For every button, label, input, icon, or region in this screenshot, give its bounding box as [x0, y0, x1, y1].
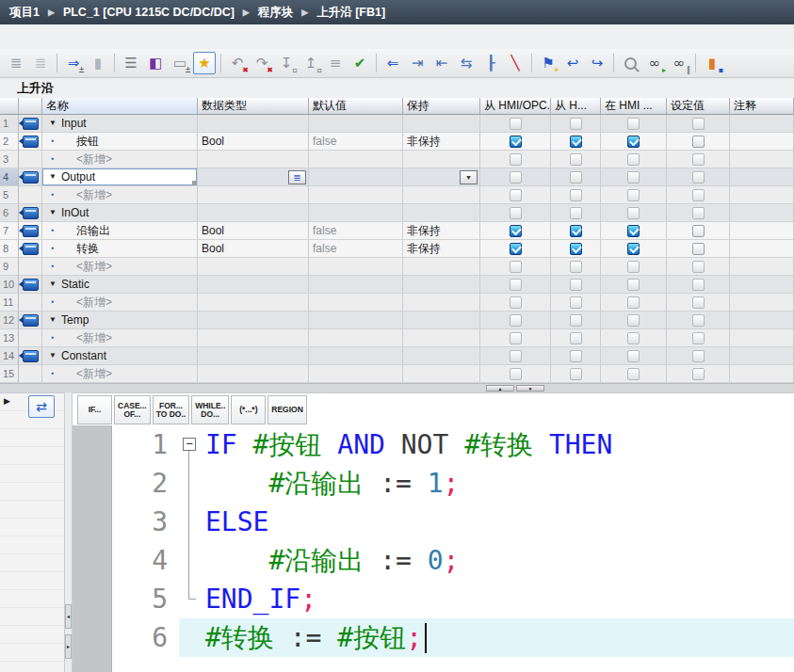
retain-cell[interactable] [403, 329, 480, 347]
default-value-cell[interactable] [309, 329, 403, 347]
code-line[interactable]: 3ELSE [111, 503, 794, 541]
default-value-cell[interactable] [309, 312, 403, 329]
hmi-opc-checkbox[interactable] [510, 207, 522, 219]
datatype-cell[interactable] [198, 294, 309, 312]
hmi-opc-checkbox[interactable] [510, 261, 522, 273]
table-row[interactable]: 5▪<新增> [0, 186, 794, 204]
from-hmi-checkbox[interactable] [570, 171, 582, 184]
name-cell[interactable]: ▪<新增> [42, 294, 198, 312]
from-hmi-checkbox[interactable] [570, 261, 582, 273]
from-hmi-checkbox[interactable] [570, 118, 582, 130]
hmi-opc-checkbox[interactable] [510, 171, 522, 184]
splitter-collapse-down-button[interactable]: ▼ [516, 385, 544, 392]
column-header[interactable]: 设定值 [667, 98, 730, 115]
set-bookmark-button[interactable]: ⚑✦ [537, 52, 559, 74]
setpoint-checkbox[interactable] [692, 153, 705, 166]
hmi-opc-checkbox[interactable] [510, 225, 522, 237]
in-hmi-checkbox[interactable] [627, 243, 640, 255]
column-header[interactable]: 注释 [730, 98, 794, 115]
column-header[interactable]: 数据类型 [198, 98, 309, 115]
section-collapse-icon[interactable]: ▼ [46, 316, 59, 324]
retain-cell[interactable] [403, 151, 480, 168]
datatype-cell[interactable]: ≣ [198, 168, 309, 186]
datatype-cell[interactable] [198, 312, 309, 329]
datatype-cell[interactable] [198, 151, 309, 168]
from-hmi-checkbox[interactable] [570, 368, 582, 380]
name-cell[interactable]: ▼Input [42, 115, 198, 133]
clear-formatting-button[interactable]: ╲ [504, 52, 527, 74]
default-value-cell[interactable]: false [309, 240, 403, 258]
splitter-collapse-up-button[interactable]: ▲ [486, 385, 514, 392]
row-number[interactable]: 15 [0, 365, 19, 383]
snippet-comment-button[interactable]: (*...*) [231, 395, 266, 424]
hmi-opc-checkbox[interactable] [510, 279, 522, 291]
open-block-button[interactable]: ⇒± [62, 52, 85, 74]
retain-cell[interactable] [403, 294, 480, 312]
setpoint-checkbox[interactable] [692, 332, 705, 344]
default-value-cell[interactable] [309, 151, 403, 168]
code-line[interactable]: 5END_IF; [111, 580, 794, 618]
table-row[interactable]: 10▼Static [0, 276, 794, 294]
from-hmi-checkbox[interactable] [570, 314, 582, 327]
from-hmi-checkbox[interactable] [570, 243, 582, 255]
hmi-opc-checkbox[interactable] [510, 314, 522, 327]
default-value-cell[interactable]: false [309, 222, 403, 240]
hmi-opc-checkbox[interactable] [510, 189, 522, 201]
column-header[interactable]: 默认值 [309, 98, 403, 115]
from-hmi-checkbox[interactable] [570, 189, 582, 201]
column-header[interactable]: 从 HMI/OPC.. [480, 98, 551, 115]
name-cell[interactable]: ▼Output [42, 168, 198, 186]
setpoint-checkbox[interactable] [692, 189, 705, 201]
comment-cell[interactable] [730, 115, 794, 133]
datatype-select-button[interactable]: ≣ [288, 170, 306, 184]
breadcrumb-block[interactable]: 上升沿 [FB1] [316, 5, 385, 21]
row-number[interactable]: 8 [0, 240, 19, 258]
retain-cell[interactable]: 非保持 [403, 240, 480, 258]
setpoint-checkbox[interactable] [692, 243, 705, 255]
column-header[interactable]: 从 H... [551, 98, 601, 115]
in-hmi-checkbox[interactable] [627, 153, 640, 166]
table-row[interactable]: 2▪按钮Boolfalse非保持 [0, 133, 794, 151]
comment-cell[interactable] [730, 312, 794, 329]
add-row-button[interactable]: ≣ [29, 52, 52, 74]
row-number[interactable]: 11 [0, 294, 19, 312]
default-value-cell[interactable] [309, 365, 403, 383]
absolute-operands-button[interactable]: ◧ [144, 52, 167, 74]
table-row[interactable]: 1▼Input [0, 115, 794, 133]
upload-snapshot-button[interactable]: ↥▫ [300, 52, 322, 74]
retain-cell[interactable]: 非保持 [403, 222, 480, 240]
row-number[interactable]: 10 [0, 276, 19, 294]
from-hmi-checkbox[interactable] [570, 153, 582, 166]
setpoint-checkbox[interactable] [692, 171, 705, 184]
datatype-cell[interactable] [198, 115, 309, 133]
in-hmi-checkbox[interactable] [627, 118, 640, 130]
setpoint-checkbox[interactable] [692, 136, 705, 148]
row-number[interactable]: 1 [0, 115, 19, 133]
section-collapse-icon[interactable]: ▼ [46, 209, 59, 216]
column-header[interactable]: 名称 [42, 98, 198, 115]
from-hmi-checkbox[interactable] [570, 225, 582, 237]
retain-cell[interactable]: ▼ [403, 168, 480, 186]
name-cell[interactable]: ▼Constant [42, 347, 198, 365]
code-editor[interactable]: 1IF #按钮 AND NOT #转换 THEN2 #沿输出 := 1;3ELS… [73, 425, 794, 672]
monitoring-on-button[interactable]: ∞▸ [643, 52, 666, 74]
setpoint-checkbox[interactable] [692, 261, 705, 273]
comment-cell[interactable] [730, 151, 794, 168]
section-collapse-icon[interactable]: ▼ [46, 120, 59, 127]
retain-cell[interactable] [403, 347, 480, 365]
row-number[interactable]: 12 [0, 312, 19, 329]
monitoring-off-button[interactable]: ∞‖ [668, 52, 690, 74]
from-hmi-checkbox[interactable] [570, 136, 582, 148]
in-hmi-checkbox[interactable] [627, 350, 640, 362]
section-collapse-icon[interactable]: ▼ [46, 352, 59, 360]
download-snapshot-button[interactable]: ↧▫ [275, 52, 298, 74]
in-hmi-checkbox[interactable] [627, 189, 640, 201]
row-number[interactable]: 13 [0, 329, 19, 347]
hmi-opc-checkbox[interactable] [510, 153, 522, 166]
setpoint-checkbox[interactable] [692, 207, 705, 219]
retain-cell[interactable] [403, 312, 480, 329]
column-header[interactable]: 保持 [403, 98, 480, 115]
snippet-for-to-do-button[interactable]: FOR...TO DO.. [153, 395, 190, 424]
table-row[interactable]: 14▼Constant [0, 347, 794, 365]
next-bookmark-button[interactable]: ↪ [586, 52, 608, 74]
